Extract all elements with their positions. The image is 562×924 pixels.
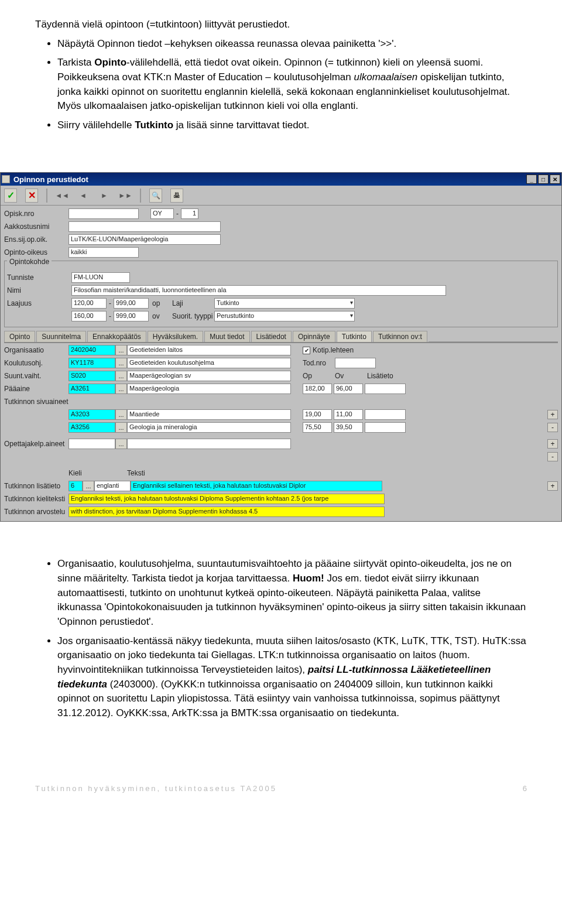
tab-tutkinnon-ovt[interactable]: Tutkinnon ov:t [373,331,427,342]
sivu2-code-input[interactable]: A3256 [68,422,115,433]
paa-name-input[interactable]: Maaperägeologia [127,384,291,394]
sivu2-lisat-input[interactable] [365,422,406,433]
label-opisknro: Opisk.nro [4,210,68,218]
label-tutk-arvostelu: Tutkinnon arvostelu [4,508,68,516]
nav-last-icon[interactable]: ►► [119,189,132,203]
toolbar-separator [46,189,47,203]
opett-add-button[interactable]: + [547,439,558,449]
nav-first-icon[interactable]: ◄◄ [56,189,68,203]
kohj-lookup-button[interactable]: ... [115,358,127,368]
label-tutk-lisatieto: Tutkinnon lisätieto [4,482,68,490]
opett-name-input[interactable] [127,439,291,449]
label-op: op [149,299,172,307]
sivu1-code-input[interactable]: A3203 [68,409,115,420]
org-lookup-button[interactable]: ... [115,345,127,355]
paa-op-input[interactable]: 182,00 [303,384,332,394]
print-icon[interactable]: 🖶 [170,189,183,203]
bullet-4: Organisaatio, koulutusohjelma, suuntautu… [57,557,527,629]
suunt-name-input[interactable]: Maaperägeologian sv [127,371,291,381]
search-icon[interactable]: 🔍 [149,189,162,203]
titlebar[interactable]: Opinnon perustiedot _ □ ✕ [1,173,561,186]
opett-code-input[interactable] [68,439,115,449]
ok-icon[interactable]: ✓ [4,189,17,203]
sivu2-name-input[interactable]: Geologia ja mineralogia [127,422,291,433]
paa-lookup-button[interactable]: ... [115,384,127,394]
nav-prev-icon[interactable]: ◄ [77,189,90,203]
kieliteksti-input[interactable]: Englanniksi teksti, joka halutaan tulost… [68,494,385,504]
opisknro-input[interactable] [68,208,139,219]
arvostelu-input[interactable]: with distinction, jos tarvitaan Diploma … [68,507,385,517]
oy-input[interactable]: OY [150,208,174,219]
label-teksti: Teksti [127,469,145,477]
kotip-checkbox[interactable]: ✔ [303,347,310,354]
toolbar-separator [140,189,141,203]
opintokohde-group: Opintokohde Tunniste FM-LUON Nimi Filoso… [4,261,558,327]
kieli-name-input[interactable]: englanti [94,481,131,491]
label-kieli: Kieli [68,469,127,477]
tab-lisatiedot[interactable]: Lisätiedot [251,331,292,342]
suunt-code-input[interactable]: S020 [68,371,115,381]
tab-ennakkopaatos[interactable]: Ennakkopäätös [87,331,146,342]
minimize-button[interactable]: _ [526,174,537,184]
sivu1-lisat-input[interactable] [365,409,406,420]
laaj2a-input[interactable]: 160,00 [71,311,107,321]
kohj-name-input[interactable]: Geotieteiden koulutusohjelma [127,358,291,368]
nimi-input[interactable]: Filosofian maisteri/kandidaatti, luonnon… [71,285,446,296]
tab-opinnayte[interactable]: Opinnäyte [293,331,335,342]
tab-hyvaksilukem[interactable]: Hyväksilukem. [148,331,203,342]
laaj2b-input[interactable]: 999,00 [114,311,149,321]
suunt-lookup-button[interactable]: ... [115,371,127,381]
tab-opinto[interactable]: Opinto [4,331,35,342]
ens-input[interactable]: LuTK/KE-LUON/Maaperägeologia [68,234,221,245]
label-suortyyppi: Suorit. tyyppi [172,312,214,320]
lisatieto-text-input[interactable]: Englanniksi sellainen teksti, joka halut… [131,481,382,491]
tab-suunnitelma[interactable]: Suunnitelma [36,331,86,342]
styyppi-combo[interactable]: Perustutkinto [214,311,355,321]
aakk-input[interactable] [68,221,221,232]
paa-ov-input[interactable]: 96,00 [334,384,363,394]
laji-combo[interactable]: Tutkinto [214,298,355,309]
sivu1-name-input[interactable]: Maantiede [127,409,291,420]
label-op-col: Op [303,372,335,380]
label-suunt: Suunt.vaiht. [4,372,68,380]
opett-remove-button[interactable]: - [547,452,558,461]
org-code-input[interactable]: 2402040 [68,345,115,355]
todnro-input[interactable] [335,358,376,368]
lisatieto-add-button[interactable]: + [547,481,558,491]
num-input[interactable]: 1 [181,208,198,219]
tab-tutkinto[interactable]: Tutkinto [337,331,372,342]
tab-muut[interactable]: Muut tiedot [204,331,249,342]
sivu2-op-input[interactable]: 75,50 [303,422,332,433]
opett-lookup-button[interactable]: ... [115,439,127,449]
nav-next-icon[interactable]: ► [98,189,111,203]
sivu1-ov-input[interactable]: 11,00 [334,409,363,420]
footer-text: Tutkinnon hyväksyminen, tutkintoasetus T… [35,784,277,793]
cancel-icon[interactable]: ✕ [25,189,38,203]
opoik-input[interactable]: kaikki [68,247,139,258]
label-sivuaineet: Tutkinnon sivuaineet [4,398,68,406]
sivu1-op-input[interactable]: 19,00 [303,409,332,420]
sivu1-lookup-button[interactable]: ... [115,409,127,420]
sivu-remove-button[interactable]: - [547,423,558,432]
kieli-lookup-button[interactable]: ... [83,481,94,491]
paa-lisat-input[interactable] [365,384,406,394]
maximize-button[interactable]: □ [538,174,549,184]
kohj-code-input[interactable]: KY1178 [68,358,115,368]
label-aakk: Aakkostusnimi [4,223,68,231]
sivu-add-button[interactable]: + [547,410,558,419]
org-name-input[interactable]: Geotieteiden laitos [127,345,291,355]
sivu2-ov-input[interactable]: 39,50 [334,422,363,433]
label-ov-col: Ov [335,372,367,380]
intro-paragraph: Täydennä vielä opintoon (=tutkintoon) li… [35,18,527,32]
label-ov: ov [149,312,172,320]
laaj1a-input[interactable]: 120,00 [71,298,107,309]
label-tutk-kieliteksti: Tutkinnon kieliteksti [4,495,68,503]
app-window: Opinnon perustiedot _ □ ✕ ✓ ✕ ◄◄ ◄ ► ►► … [0,172,562,522]
close-button[interactable]: ✕ [550,174,560,184]
sivu2-lookup-button[interactable]: ... [115,422,127,433]
tunniste-input[interactable]: FM-LUON [71,272,130,283]
bullet-1: Näpäytä Opinnon tiedot –kehyksen oikeass… [57,37,527,52]
paa-code-input[interactable]: A3261 [68,384,115,394]
kieli-num-input[interactable]: 6 [68,481,83,491]
laaj1b-input[interactable]: 999,00 [114,298,149,309]
